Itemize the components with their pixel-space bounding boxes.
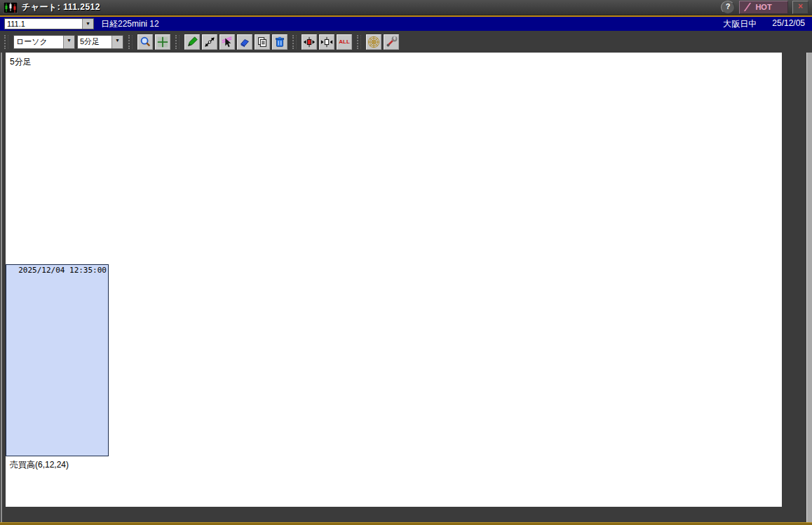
app-chart-icon — [4, 2, 18, 13]
toolbar-separator — [4, 35, 8, 49]
wrench-icon[interactable] — [384, 34, 399, 50]
grid-crosshair-icon[interactable] — [155, 34, 170, 50]
time-axis — [0, 507, 806, 522]
zoom-icon[interactable] — [137, 34, 153, 50]
symbol-value: 111.1 — [5, 19, 82, 29]
trendline-icon[interactable] — [202, 34, 217, 50]
window-right-edge[interactable] — [806, 53, 812, 525]
price-axis — [782, 53, 806, 507]
trash-icon[interactable] — [272, 34, 287, 50]
toolbar-separator — [175, 35, 180, 49]
candle-contract-icon[interactable] — [319, 34, 334, 50]
toolbar-separator — [128, 35, 133, 49]
chevron-down-icon[interactable]: ▼ — [82, 19, 93, 29]
data-readout-panel: 2025/12/04 12:35:00 — [6, 264, 109, 456]
date-label: 25/12/05 — [772, 18, 805, 30]
chevron-down-icon[interactable]: ▼ — [63, 36, 74, 48]
candle-expand-icon[interactable] — [302, 34, 317, 50]
info-bar: 111.1 ▼ 日経225mini 12 大阪日中 25/12/05 — [0, 17, 812, 31]
toolbar-separator — [357, 35, 361, 49]
all-periods-button-label: ALL — [339, 39, 350, 45]
timeframe-select[interactable]: 5分足 ▼ — [77, 35, 123, 49]
chart-canvas[interactable] — [6, 53, 782, 507]
symbol-combobox[interactable]: 111.1 ▼ — [4, 18, 94, 29]
window-left-edge — [1, 53, 2, 525]
chevron-down-icon[interactable]: ▼ — [111, 36, 123, 48]
pencil-icon[interactable] — [184, 34, 200, 50]
timeframe-value: 5分足 — [78, 36, 111, 48]
help-button[interactable]: ? — [721, 1, 735, 14]
toolbar-separator — [292, 35, 297, 49]
session-label: 大阪日中 — [723, 18, 757, 30]
timeframe-panel-label: 5分足 — [10, 56, 32, 68]
toolbar: ローソク ▼ 5分足 ▼ ALL — [0, 31, 812, 53]
instrument-label: 日経225mini 12 — [101, 18, 159, 30]
eraser-icon[interactable] — [237, 34, 252, 50]
chart-type-select[interactable]: ローソク ▼ — [13, 35, 75, 49]
title-bar[interactable]: チャート: 111.2512 ? HOT × — [0, 0, 812, 15]
window-bottom-edge — [0, 522, 812, 525]
web-icon[interactable] — [366, 34, 381, 50]
volume-panel-label: 売買高(6,12,24) — [10, 459, 69, 471]
copy-icon[interactable] — [255, 34, 270, 50]
all-periods-button[interactable]: ALL — [337, 34, 352, 50]
chart-type-value: ローソク — [14, 36, 63, 48]
window-title: チャート: 111.2512 — [22, 1, 100, 13]
readout-timestamp: 2025/12/04 12:35:00 — [8, 266, 107, 275]
hot-button[interactable]: HOT — [739, 1, 788, 14]
close-button[interactable]: × — [792, 1, 808, 14]
cursor-icon[interactable] — [219, 34, 235, 50]
chart-area: 5分足 売買高(6,12,24) 2025/12/04 12:35:00 — [0, 53, 812, 525]
